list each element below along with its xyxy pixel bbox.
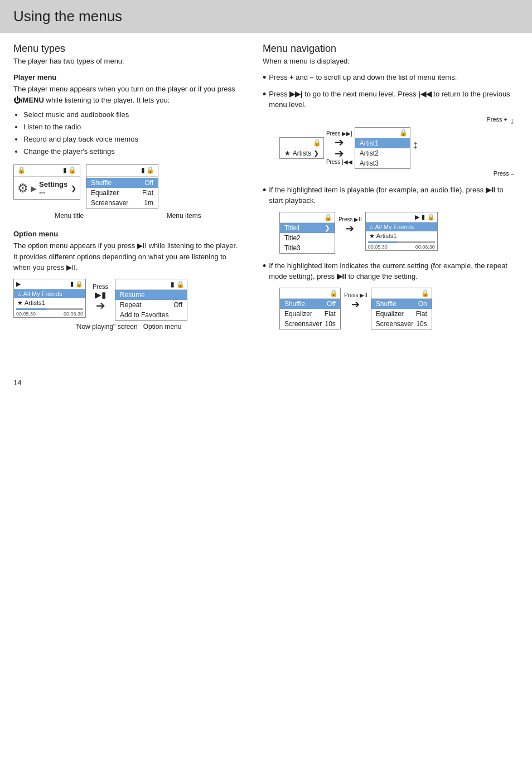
now-playing-box: ▶ ▮ 🔒 ♫ All My Friends ★ Artists1 00:05:	[13, 279, 86, 318]
page-number-area: 14	[0, 379, 532, 387]
menu-nav-title: Menu navigation	[263, 43, 519, 55]
nav-bullet-1-text: Press + and – to scroll up and down the …	[269, 72, 519, 83]
bullet-dot-1: •	[263, 72, 266, 83]
lock-icon4: 🔒	[176, 280, 185, 288]
battery-icon3: ▮	[70, 280, 74, 288]
right-column: Menu navigation When a menu is displayed…	[256, 43, 519, 334]
nav-row: 🔒 ★ Artists ❯ Press ▶▶| ➔ ➔ Press |◀◀	[279, 127, 519, 169]
nav-dest-item-1: Artist1	[355, 138, 410, 148]
pb-arrow-area: Press ▶II ➔	[337, 216, 363, 235]
playback-diagram: 🔒 Title1 ❯ Title2 Title3 Press ▶II ➔ ▶ ▮	[279, 212, 519, 254]
set-right-box: 🔒 Shuffle On Equalizer Flat Screensaver …	[371, 288, 432, 329]
set-screensaver-left: Screensaver 10s	[280, 319, 340, 329]
np-track-name: ♫ All My Friends	[14, 289, 85, 298]
pb-title3: Title3	[280, 243, 335, 253]
press-plus-label: Press +	[486, 116, 507, 126]
set-equalizer-left: Equalizer Flat	[280, 309, 340, 319]
list-item: Change the player's settings	[23, 146, 243, 158]
main-content: Menu types The player has two types of m…	[0, 43, 532, 334]
battery-icon4: ▮	[171, 280, 175, 288]
up-arrow-nav: ↕	[413, 138, 418, 151]
np-artist: ★ Artists1	[14, 298, 85, 308]
settings-menu-box: 🔒 ▮ 🔒 ⚙ ▶ Settings ··· ❯	[13, 164, 80, 200]
nav-dest-item-2: Artist2	[355, 148, 410, 158]
play-pause-icon: ▶▮	[95, 290, 106, 300]
page-number: 14	[13, 379, 21, 387]
set-equalizer-right: Equalizer Flat	[371, 309, 432, 319]
option-menu-para: The option menu appears if you press ▶II…	[13, 240, 243, 273]
opt-item-repeat: Repeat Off	[115, 300, 187, 310]
star-icon-pb: ★	[369, 232, 375, 240]
right-arrow-nav: ➔	[335, 137, 344, 148]
setting-bullet: • If the highlighted item indicates the …	[263, 260, 519, 282]
left-arrow-nav: ➔	[335, 148, 344, 159]
lock-icon-pb: 🔒	[324, 214, 332, 221]
nav-source-item: ★ Artists ❯	[280, 148, 323, 158]
play-icon: ▶	[31, 184, 37, 193]
nav-diagram-container: Press + ↓ 🔒 ★ Artists ❯	[279, 116, 519, 177]
option-menu-box: ▮ 🔒 Resume Repeat Off Add to Favorites	[115, 279, 187, 321]
opt-item-resume: Resume	[115, 290, 187, 300]
player-menu-heading: Player menu	[13, 73, 243, 81]
option-menu-caption: Option menu	[143, 323, 182, 331]
set-arrow-area: Press ▶II ➔	[343, 292, 369, 311]
nav-bullet-1: • Press + and – to scroll up and down th…	[263, 72, 519, 83]
player-menu-bullets: Select music and audiobook files Listen …	[13, 109, 243, 158]
option-menu-heading: Option menu	[13, 230, 243, 238]
battery-icon: ▮	[63, 166, 67, 174]
page-title: Using the menus	[13, 8, 519, 25]
lock-icon-nav: 🔒	[313, 139, 321, 147]
set-shuffle-right: Shuffle On	[371, 299, 432, 309]
opt-item-favorites: Add to Favorites	[115, 310, 187, 320]
menu-illustration: 🔒 ▮ 🔒 ⚙ ▶ Settings ··· ❯	[13, 164, 243, 209]
set-left-box: 🔒 Shuffle Off Equalizer Flat Screensaver…	[279, 288, 341, 329]
pb-track-name: ♫ All My Friends	[366, 222, 437, 231]
pb-right-box: ▶ ▮ 🔒 ♫ All My Friends ★ Artists1 00:05:…	[365, 212, 438, 251]
right-arrow-icon: ➔	[96, 300, 105, 311]
nav-dest-item-3: Artist3	[355, 158, 410, 168]
setting-bullet-text: If the highlighted item indicates the cu…	[269, 260, 519, 282]
menu-types-title: Menu types	[13, 43, 243, 55]
set-shuffle-left: Shuffle Off	[280, 299, 340, 309]
menu-box-icon-left: 🔒	[17, 166, 26, 174]
battery-icon2: ▮	[141, 166, 145, 174]
menu-title-caption: Menu title	[55, 212, 84, 220]
option-menu-illustration: ▶ ▮ 🔒 ♫ All My Friends ★ Artists1 00:05:	[13, 279, 243, 321]
music-icon-pb: ♫	[369, 224, 374, 230]
bullet-dot-4: •	[263, 261, 266, 271]
down-arrow-icon: ↓	[510, 116, 514, 126]
press-play-label: Press ▶▮ ➔	[88, 283, 113, 311]
set-screensaver-right: Screensaver 10s	[371, 319, 432, 329]
list-item: Select music and audiobook files	[23, 109, 243, 121]
star-icon: ★	[17, 299, 23, 307]
now-playing-caption: "Now playing" screen	[74, 323, 137, 331]
right-arrow-pb: ➔	[346, 222, 354, 235]
setting-diagram: 🔒 Shuffle Off Equalizer Flat Screensaver…	[279, 288, 519, 329]
nav-dest-box: 🔒 Artist1 Artist2 Artist3	[355, 127, 410, 169]
menu-types-subtitle: The player has two types of menu:	[13, 57, 243, 65]
menu-item-equalizer: Equalizer Flat	[86, 188, 158, 198]
menu-items-box: ▮ 🔒 Shuffle Off Equalizer Flat Screensav…	[86, 164, 158, 209]
lock-icon-pb2: 🔒	[427, 214, 435, 221]
page-header: Using the menus	[0, 0, 532, 33]
battery-icon-pb: ▮	[422, 214, 425, 221]
left-column: Menu types The player has two types of m…	[13, 43, 256, 334]
press-minus-label: Press –	[494, 170, 514, 177]
nav-bullet-2-text: Press ▶▶| to go to the next menu level. …	[269, 89, 519, 110]
lock-icon-nav2: 🔒	[399, 129, 408, 137]
nav-source-box: 🔒 ★ Artists ❯	[279, 137, 324, 159]
chevron-right-icon: ❯	[71, 185, 76, 192]
play-icon-pb: ▶	[415, 214, 419, 221]
settings-label: Settings ···	[39, 180, 69, 197]
chevron-right-nav: ❯	[313, 149, 319, 157]
settings-graphic-icon: ⚙	[17, 181, 28, 196]
bullet-dot-3: •	[263, 185, 266, 195]
play-state-icon: ▶	[16, 280, 21, 288]
nav-arrows: Press ▶▶| ➔ ➔ Press |◀◀	[326, 130, 352, 165]
lock-icon-set1: 🔒	[330, 289, 338, 297]
lock-icon-set2: 🔒	[421, 289, 429, 297]
star-icon-nav: ★	[284, 149, 291, 157]
option-captions: "Now playing" screen Option menu	[13, 323, 243, 331]
pb-left-box: 🔒 Title1 ❯ Title2 Title3	[279, 212, 335, 254]
lock-icon2: 🔒	[146, 166, 154, 174]
